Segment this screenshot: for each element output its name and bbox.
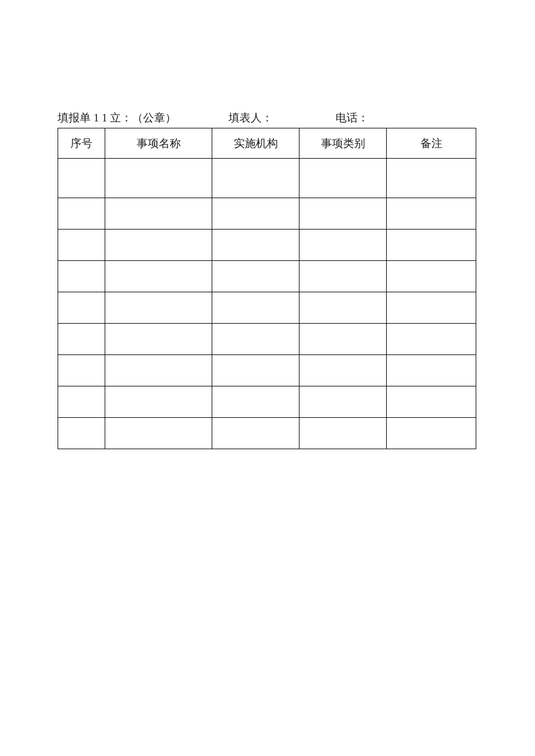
phone-label: 电话：: [336, 110, 369, 126]
column-header-org: 实施机构: [212, 128, 299, 159]
table-cell: [299, 418, 387, 449]
table-row: [58, 418, 476, 449]
table-row: [58, 324, 476, 355]
table-row: [58, 355, 476, 386]
table-cell: [58, 292, 105, 324]
table-cell: [58, 261, 105, 292]
table-row: [58, 159, 476, 198]
table-cell: [105, 292, 212, 324]
table-cell: [212, 355, 299, 386]
table-cell: [212, 159, 299, 198]
table-row: [58, 386, 476, 418]
table-cell: [212, 386, 299, 418]
table-row: [58, 261, 476, 292]
table-cell: [105, 198, 212, 230]
table-cell: [105, 418, 212, 449]
table-cell: [387, 230, 476, 261]
unit-label: 填报单 1 1 立：（公章）: [58, 110, 176, 126]
table-cell: [58, 386, 105, 418]
table-cell: [387, 386, 476, 418]
table-cell: [58, 230, 105, 261]
table-cell: [299, 292, 387, 324]
column-header-item-name: 事项名称: [105, 128, 212, 159]
column-header-remark: 备注: [387, 128, 476, 159]
table-row: [58, 292, 476, 324]
table-cell: [105, 230, 212, 261]
column-header-category: 事项类别: [299, 128, 387, 159]
table-cell: [58, 198, 105, 230]
table-cell: [299, 324, 387, 355]
table-cell: [105, 159, 212, 198]
table-cell: [299, 159, 387, 198]
table-cell: [387, 418, 476, 449]
table-cell: [212, 198, 299, 230]
table-header-row: 序号 事项名称 实施机构 事项类别 备注: [58, 128, 476, 159]
table-cell: [299, 355, 387, 386]
table-cell: [299, 198, 387, 230]
table-cell: [58, 159, 105, 198]
table-cell: [58, 418, 105, 449]
table-row: [58, 230, 476, 261]
table-cell: [105, 324, 212, 355]
person-label: 填表人：: [229, 110, 273, 126]
table-cell: [58, 324, 105, 355]
table-cell: [212, 324, 299, 355]
form-header: 填报单 1 1 立：（公章） 填表人： 电话：: [58, 110, 476, 126]
main-table: 序号 事项名称 实施机构 事项类别 备注: [58, 128, 476, 449]
table-cell: [387, 198, 476, 230]
table-cell: [58, 355, 105, 386]
table-cell: [299, 386, 387, 418]
table-cell: [299, 261, 387, 292]
table-row: [58, 198, 476, 230]
table-cell: [387, 261, 476, 292]
table-cell: [299, 230, 387, 261]
table-cell: [105, 386, 212, 418]
table-cell: [105, 355, 212, 386]
table-cell: [387, 292, 476, 324]
table-cell: [212, 261, 299, 292]
column-header-index: 序号: [58, 128, 105, 159]
table-cell: [105, 261, 212, 292]
document-content: 填报单 1 1 立：（公章） 填表人： 电话： 序号 事项名称 实施机构 事项类…: [58, 110, 476, 449]
table-cell: [387, 355, 476, 386]
table-cell: [387, 159, 476, 198]
table-cell: [212, 418, 299, 449]
table-cell: [212, 230, 299, 261]
table-cell: [387, 324, 476, 355]
table-cell: [212, 292, 299, 324]
